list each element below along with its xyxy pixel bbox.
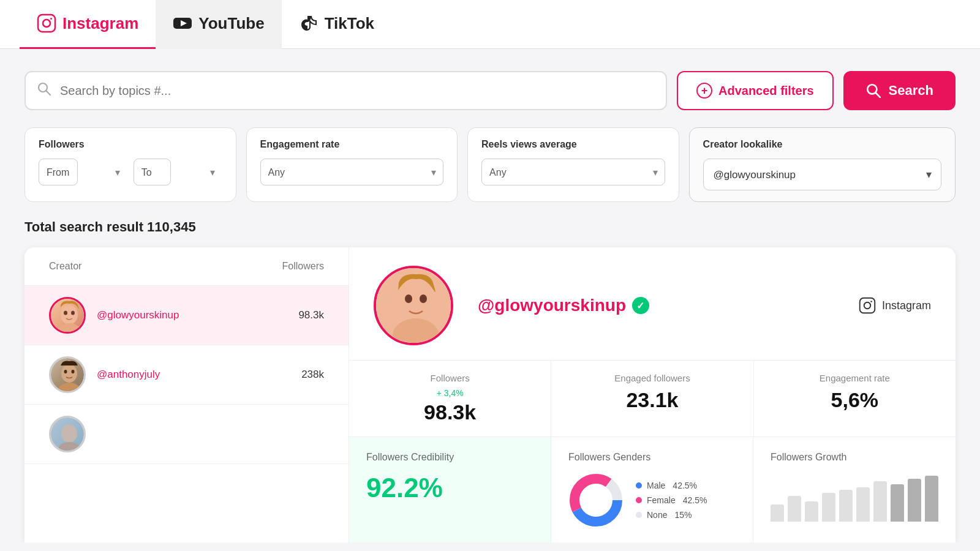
svg-point-10 [58,323,80,334]
profile-username: @glowyourskinup ✓ [478,296,834,315]
svg-point-26 [870,301,872,302]
tiktok-icon [299,13,318,33]
avatar [49,297,86,334]
male-dot [636,482,642,489]
followers-selects: From 1k10k50k100k To 10k50k100k500k [39,159,222,186]
search-button[interactable]: Search [843,71,956,110]
profile-username-text: @glowyourskinup [478,296,626,315]
svg-point-17 [61,424,77,443]
tab-youtube[interactable]: YouTube [156,0,281,49]
creator-username: @anthonyjuly [97,369,263,381]
lookalike-select-wrapper: @glowyourskinup @anthonyjuly [703,159,941,190]
svg-line-8 [875,93,880,97]
avatar [49,356,86,393]
engagement-filter-card: Engagement rate Any 1-3%3-6%6-10% [246,127,458,202]
followers-from-wrapper: From 1k10k50k100k [39,159,127,186]
tab-youtube-label: YouTube [198,14,264,33]
followers-stat-growth: + 3,4% [366,388,533,398]
lookalike-filter-label: Creator lookalike [703,139,941,150]
creator-followers-value: 238k [263,369,324,381]
engagement-rate-stat-label: Engagement rate [771,373,938,383]
svg-point-11 [64,311,67,315]
creator-list-header: Creator Followers [24,247,349,286]
reels-select[interactable]: Any 1k-10k10k-100k100k+ [481,159,665,186]
svg-point-16 [72,370,75,373]
reels-filter-label: Reels views average [481,139,665,150]
male-pct: 42.5% [673,481,697,490]
plus-icon: + [696,83,712,99]
engagement-filter-label: Engagement rate [260,139,444,150]
svg-point-1 [43,20,50,27]
followers-stat-value: 98.3k [366,400,533,424]
creator-list: Creator Followers [24,247,349,542]
table-row[interactable] [24,405,349,464]
profile-platform: Instagram [859,297,931,314]
svg-rect-0 [38,15,55,32]
growth-bar [839,490,853,522]
avatar-glow-image [51,299,84,332]
genders-card: Followers Genders [551,437,753,542]
svg-point-9 [61,305,78,324]
engagement-select[interactable]: Any 1-3%3-6%6-10% [260,159,444,186]
followers-stat-card: Followers + 3,4% 98.3k [349,361,551,437]
followers-filter-label: Followers [39,139,222,150]
male-label: Male [647,481,665,490]
none-pct: 15% [674,510,692,520]
platform-label: Instagram [882,299,931,312]
followers-stat-label: Followers [366,373,533,383]
svg-point-23 [420,294,427,303]
col-followers-label: Followers [263,261,324,272]
bottom-metrics: Followers Credibility 92.2% Followers Ge… [349,437,956,542]
growth-bar [822,493,835,522]
genders-chart: Male 42.5% Female 42.5% None [568,473,736,528]
growth-label: Followers Growth [771,452,938,463]
reels-select-wrapper: Any 1k-10k10k-100k100k+ [481,159,665,186]
legend-female: Female 42.5% [636,495,707,505]
tab-tiktok[interactable]: TikTok [282,0,391,49]
engaged-stat-value: 23.1k [568,388,736,412]
growth-bar [771,504,784,522]
svg-point-2 [50,18,52,20]
table-row[interactable]: @glowyourskinup 98.3k [24,286,349,345]
growth-bar-chart [771,473,938,522]
lookalike-select[interactable]: @glowyourskinup @anthonyjuly [703,159,941,190]
engagement-rate-stat-value: 5,6% [771,388,938,412]
growth-bar [856,487,870,522]
svg-point-25 [864,302,871,309]
search-input-wrapper [24,71,667,110]
creator-followers-value: 98.3k [263,309,324,321]
engaged-stat-card: Engaged followers 23.1k [551,361,753,437]
followers-filter-card: Followers From 1k10k50k100k To 10k50k100… [24,127,236,202]
genders-donut-chart [568,473,624,528]
lookalike-filter-card: Creator lookalike @glowyourskinup @antho… [689,127,956,202]
search-input[interactable] [24,71,667,110]
profile-panel: @glowyourskinup ✓ Instagram Followers + … [349,247,956,542]
svg-point-22 [405,294,412,303]
advanced-filters-button[interactable]: + Advanced filters [677,71,834,110]
tab-instagram[interactable]: Instagram [20,0,156,49]
followers-to-wrapper: To 10k50k100k500k [134,159,222,186]
search-row: + Advanced filters Search [24,71,956,110]
followers-from-select[interactable]: From 1k10k50k100k [39,159,78,186]
table-row[interactable]: @anthonyjuly 238k [24,345,349,405]
advanced-filters-label: Advanced filters [718,84,814,98]
growth-bar [805,501,818,522]
svg-rect-24 [860,298,875,313]
followers-to-select[interactable]: To 10k50k100k500k [134,159,171,186]
profile-name-area: @glowyourskinup ✓ [478,296,834,315]
growth-bar [908,479,921,522]
creator-username: @glowyourskinup [97,309,263,321]
female-pct: 42.5% [683,495,707,505]
growth-bar [891,484,904,522]
svg-point-14 [58,383,80,393]
total-result: Total search result 110,345 [24,219,956,235]
legend-male: Male 42.5% [636,481,707,490]
credibility-label: Followers Credibility [366,452,533,463]
svg-point-15 [64,370,67,373]
genders-label: Followers Genders [568,452,736,463]
filters-row: Followers From 1k10k50k100k To 10k50k100… [24,127,956,202]
top-navigation: Instagram YouTube TikTok [0,0,980,49]
avatar-anthony-image [51,358,84,391]
growth-card: Followers Growth [753,437,956,542]
main-content: + Advanced filters Search Followers From… [0,49,980,542]
